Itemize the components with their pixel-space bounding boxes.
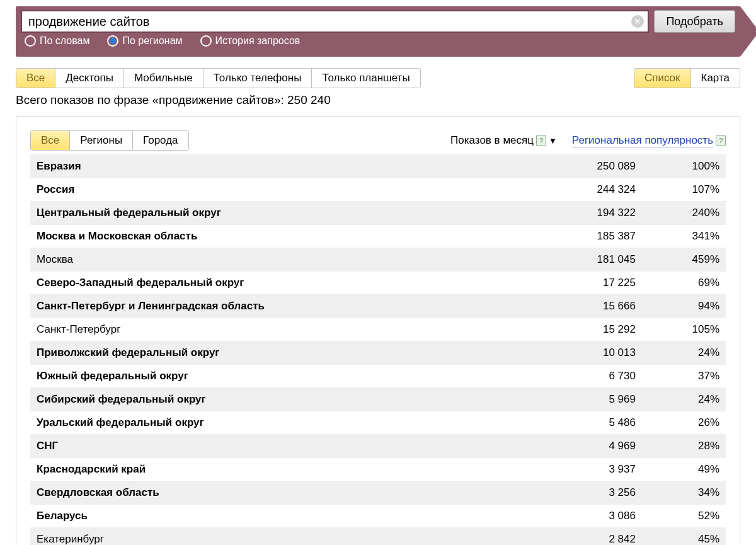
- results-panel: ВсеРегионыГорода Показов в месяц ? ▼ Рег…: [16, 116, 740, 545]
- device-tab-2[interactable]: Мобильные: [124, 69, 203, 88]
- table-row[interactable]: Санкт-Петербург15 292105%: [30, 318, 726, 341]
- impressions-value: 4 969: [534, 435, 642, 458]
- help-icon[interactable]: ?: [536, 135, 546, 146]
- impressions-value: 5 969: [534, 388, 642, 411]
- view-tabs: СписокКарта: [634, 68, 740, 88]
- table-row[interactable]: Сибирский федеральный округ5 96924%: [30, 388, 726, 411]
- popularity-value: 459%: [642, 248, 726, 272]
- mode-history[interactable]: История запросов: [200, 35, 301, 47]
- scope-tab-1[interactable]: Регионы: [70, 131, 133, 150]
- region-name: СНГ: [30, 435, 534, 458]
- region-name: Краснодарский край: [30, 458, 534, 481]
- table-row[interactable]: Евразия250 089100%: [30, 155, 726, 178]
- impressions-value: 181 045: [534, 248, 642, 272]
- table-row[interactable]: Свердловская область3 25634%: [30, 481, 726, 505]
- region-name: Приволжский федеральный округ: [30, 341, 534, 365]
- region-name: Россия: [30, 178, 534, 202]
- impressions-value: 2 842: [534, 528, 642, 546]
- region-name: Москва и Московская область: [30, 225, 534, 248]
- search-input[interactable]: [21, 10, 649, 33]
- region-name: Северо-Западный федеральный округ: [30, 272, 534, 295]
- impressions-value: 250 089: [534, 155, 642, 178]
- table-row[interactable]: Центральный федеральный округ194 322240%: [30, 202, 726, 225]
- impressions-value: 17 225: [534, 272, 642, 295]
- table-row[interactable]: СНГ4 96928%: [30, 435, 726, 458]
- impressions-value: 6 730: [534, 365, 642, 388]
- popularity-value: 107%: [642, 178, 726, 202]
- table-row[interactable]: Уральский федеральный округ5 48626%: [30, 411, 726, 435]
- impressions-value: 10 013: [534, 341, 642, 365]
- popularity-value: 34%: [642, 481, 726, 505]
- impressions-value: 3 086: [534, 505, 642, 528]
- region-name: Екатеринбург: [30, 528, 534, 546]
- popularity-value: 100%: [642, 155, 726, 178]
- col-impressions-label: Показов в месяц: [450, 134, 534, 147]
- region-name: Санкт-Петербург и Ленинградская область: [30, 295, 534, 318]
- view-tab-0[interactable]: Список: [634, 69, 691, 88]
- popularity-value: 94%: [642, 295, 726, 318]
- col-popularity-label: Региональная популярность: [572, 134, 713, 147]
- popularity-value: 24%: [642, 341, 726, 365]
- popularity-value: 52%: [642, 505, 726, 528]
- popularity-value: 45%: [642, 528, 726, 546]
- mode-regions[interactable]: По регионам: [107, 35, 182, 47]
- help-icon[interactable]: ?: [716, 135, 726, 146]
- impressions-value: 3 256: [534, 481, 642, 505]
- impressions-value: 185 387: [534, 225, 642, 248]
- device-tab-1[interactable]: Десктопы: [55, 69, 124, 88]
- device-tab-0[interactable]: Все: [16, 69, 55, 88]
- popularity-value: 28%: [642, 435, 726, 458]
- table-row[interactable]: Москва181 045459%: [30, 248, 726, 272]
- table-row[interactable]: Южный федеральный округ6 73037%: [30, 365, 726, 388]
- region-name: Санкт-Петербург: [30, 318, 534, 341]
- view-tab-1[interactable]: Карта: [691, 69, 740, 88]
- region-name: Свердловская область: [30, 481, 534, 505]
- col-impressions[interactable]: Показов в месяц ? ▼: [450, 134, 557, 147]
- results-table: Евразия250 089100%Россия244 324107%Центр…: [30, 154, 726, 545]
- popularity-value: 341%: [642, 225, 726, 248]
- table-row[interactable]: Екатеринбург2 84245%: [30, 528, 726, 546]
- region-name: Сибирский федеральный округ: [30, 388, 534, 411]
- clear-icon[interactable]: ✕: [631, 15, 644, 28]
- region-name: Центральный федеральный округ: [30, 202, 534, 225]
- popularity-value: 24%: [642, 388, 726, 411]
- col-popularity[interactable]: Региональная популярность ?: [572, 134, 726, 147]
- region-name: Москва: [30, 248, 534, 272]
- radio-icon: [200, 35, 212, 47]
- popularity-value: 240%: [642, 202, 726, 225]
- device-tabs: ВсеДесктопыМобильныеТолько телефоныТольк…: [16, 68, 421, 88]
- popularity-value: 37%: [642, 365, 726, 388]
- table-row[interactable]: Приволжский федеральный округ10 01324%: [30, 341, 726, 365]
- submit-button[interactable]: Подобрать: [654, 10, 735, 33]
- impressions-value: 194 322: [534, 202, 642, 225]
- mode-words[interactable]: По словам: [25, 35, 89, 47]
- region-name: Евразия: [30, 155, 534, 178]
- table-row[interactable]: Северо-Западный федеральный округ17 2256…: [30, 272, 726, 295]
- impressions-value: 15 666: [534, 295, 642, 318]
- table-row[interactable]: Санкт-Петербург и Ленинградская область1…: [30, 295, 726, 318]
- radio-icon: [107, 35, 118, 47]
- impressions-value: 3 937: [534, 458, 642, 481]
- table-row[interactable]: Москва и Московская область185 387341%: [30, 225, 726, 248]
- region-name: Беларусь: [30, 505, 534, 528]
- search-banner: ✕ Подобрать По словам По регионам Истори…: [16, 6, 740, 57]
- scope-tab-0[interactable]: Все: [31, 131, 70, 150]
- impressions-value: 5 486: [534, 411, 642, 435]
- impressions-value: 244 324: [534, 178, 642, 202]
- mode-history-label: История запросов: [215, 35, 301, 47]
- table-row[interactable]: Краснодарский край3 93749%: [30, 458, 726, 481]
- scope-tabs: ВсеРегионыГорода: [30, 130, 189, 151]
- device-tab-4[interactable]: Только планшеты: [312, 69, 420, 88]
- device-tab-3[interactable]: Только телефоны: [203, 69, 312, 88]
- summary-text: Всего показов по фразе «продвижение сайт…: [16, 93, 740, 107]
- impressions-value: 15 292: [534, 318, 642, 341]
- region-name: Южный федеральный округ: [30, 365, 534, 388]
- region-name: Уральский федеральный округ: [30, 411, 534, 435]
- popularity-value: 105%: [642, 318, 726, 341]
- sort-desc-icon: ▼: [549, 136, 557, 146]
- table-row[interactable]: Беларусь3 08652%: [30, 505, 726, 528]
- table-row[interactable]: Россия244 324107%: [30, 178, 726, 202]
- popularity-value: 49%: [642, 458, 726, 481]
- mode-words-label: По словам: [40, 35, 89, 47]
- scope-tab-2[interactable]: Города: [133, 131, 188, 150]
